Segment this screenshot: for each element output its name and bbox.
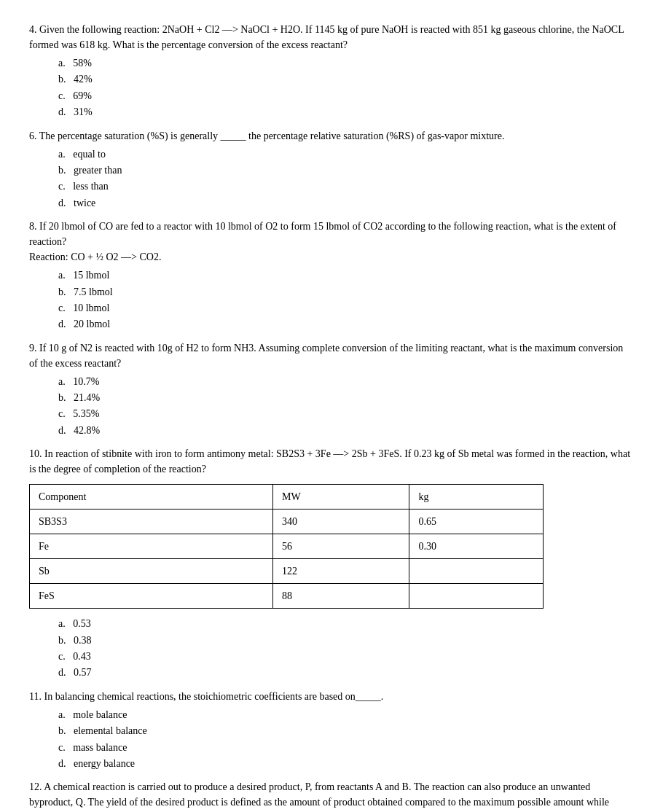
table-cell-kg <box>409 584 543 609</box>
question-8-choices: a. 15 lbmol b. 7.5 lbmol c. 10 lbmol d. … <box>58 268 634 333</box>
question-12-text: 12. A chemical reaction is carried out t… <box>29 779 634 812</box>
choice-4d: d. 31% <box>58 104 634 120</box>
table-cell-kg: 0.30 <box>409 534 543 559</box>
table-cell-kg: 0.65 <box>409 510 543 534</box>
question-10: 10. In reaction of stibnite with iron to… <box>29 446 634 682</box>
question-4-text: 4. Given the following reaction: 2NaOH +… <box>29 22 634 52</box>
question-4-choices: a. 58% b. 42% c. 69% d. 31% <box>58 55 634 121</box>
question-10-text: 10. In reaction of stibnite with iron to… <box>29 446 634 477</box>
table-row: SB3S3 340 0.65 <box>30 510 544 534</box>
question-10-choices: a. 0.53 b. 0.38 c. 0.43 d. 0.57 <box>58 616 634 682</box>
question-6: 6. The percentage saturation (%S) is gen… <box>29 128 634 212</box>
question-8: 8. If 20 lbmol of CO are fed to a reacto… <box>29 219 634 333</box>
question-6-choices: a. equal to b. greater than c. less than… <box>58 147 634 212</box>
table-cell-mw: 56 <box>273 534 409 559</box>
choice-6b: b. greater than <box>58 163 634 179</box>
choice-10b: b. 0.38 <box>58 633 634 649</box>
choice-4b: b. 42% <box>58 71 634 87</box>
table-cell-mw: 122 <box>273 559 409 584</box>
choice-8d: d. 20 lbmol <box>58 316 634 332</box>
choice-9d: d. 42.8% <box>58 423 634 439</box>
choice-10d: d. 0.57 <box>58 665 634 681</box>
table-cell-component: Sb <box>30 559 273 584</box>
choice-8b: b. 7.5 lbmol <box>58 284 634 300</box>
question-8-text: 8. If 20 lbmol of CO are fed to a reacto… <box>29 219 634 265</box>
choice-4c: c. 69% <box>58 88 634 104</box>
table-row: Sb 122 <box>30 559 544 584</box>
question-11-choices: a. mole balance b. elemental balance c. … <box>58 707 634 773</box>
choice-10c: c. 0.43 <box>58 649 634 665</box>
choice-11b: b. elemental balance <box>58 723 634 739</box>
table-cell-kg <box>409 559 543 584</box>
page-content: 4. Given the following reaction: 2NaOH +… <box>29 22 634 812</box>
choice-11c: c. mass balance <box>58 740 634 756</box>
choice-4a: a. 58% <box>58 55 634 71</box>
table-cell-component: Fe <box>30 534 273 559</box>
choice-11d: d. energy balance <box>58 756 634 772</box>
choice-8a: a. 15 lbmol <box>58 268 634 284</box>
choice-11a: a. mole balance <box>58 707 634 723</box>
choice-9b: b. 21.4% <box>58 390 634 406</box>
choice-10a: a. 0.53 <box>58 616 634 632</box>
table-cell-component: SB3S3 <box>30 510 273 534</box>
table-cell-mw: 340 <box>273 510 409 534</box>
table-row: FeS 88 <box>30 584 544 609</box>
question-9: 9. If 10 g of N2 is reacted with 10g of … <box>29 340 634 440</box>
question-4: 4. Given the following reaction: 2NaOH +… <box>29 22 634 121</box>
table-cell-mw: 88 <box>273 584 409 609</box>
choice-6d: d. twice <box>58 195 634 211</box>
question-11-text: 11. In balancing chemical reactions, the… <box>29 689 634 704</box>
question-6-text: 6. The percentage saturation (%S) is gen… <box>29 128 634 144</box>
table-header-component: Component <box>30 485 273 510</box>
table-header-kg: kg <box>409 485 543 510</box>
choice-8c: c. 10 lbmol <box>58 300 634 316</box>
question-12: 12. A chemical reaction is carried out t… <box>29 779 634 812</box>
question-11: 11. In balancing chemical reactions, the… <box>29 689 634 773</box>
table-row: Fe 56 0.30 <box>30 534 544 559</box>
question-9-choices: a. 10.7% b. 21.4% c. 5.35% d. 42.8% <box>58 374 634 440</box>
choice-9a: a. 10.7% <box>58 374 634 390</box>
question-9-text: 9. If 10 g of N2 is reacted with 10g of … <box>29 340 634 371</box>
choice-9c: c. 5.35% <box>58 406 634 422</box>
choice-6c: c. less than <box>58 179 634 195</box>
table-cell-component: FeS <box>30 584 273 609</box>
table-header-mw: MW <box>273 485 409 510</box>
question-10-table: Component MW kg SB3S3 340 0.65 Fe 56 0.3… <box>29 484 544 609</box>
choice-6a: a. equal to <box>58 147 634 163</box>
